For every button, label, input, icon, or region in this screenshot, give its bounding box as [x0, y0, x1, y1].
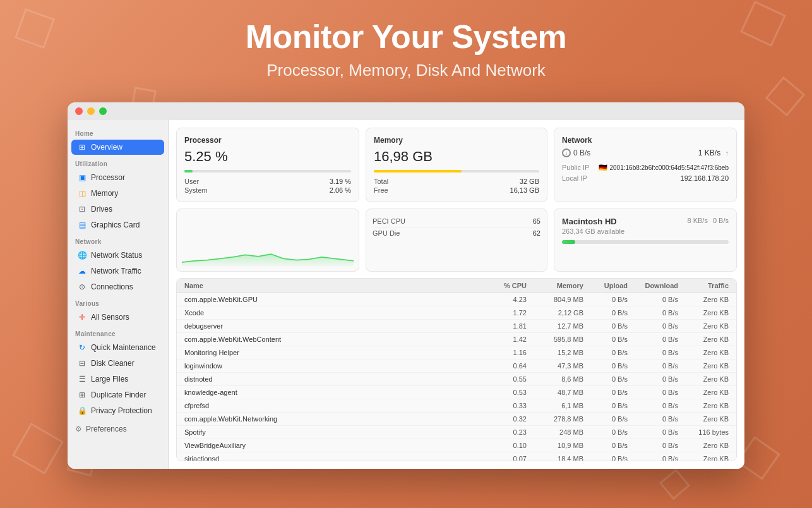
td-cpu: 0.33 — [482, 402, 527, 409]
sidebar-item-quick-maintenance[interactable]: ↻ Quick Maintenance — [71, 340, 164, 355]
td-cpu: 1.16 — [482, 349, 527, 356]
top-cards-row: Processor 5.25 % User 3.19 % System 2.06… — [176, 128, 737, 202]
td-traffic: Zero KB — [678, 455, 729, 461]
close-button[interactable] — [75, 107, 83, 115]
td-memory: 47,3 MB — [527, 362, 583, 370]
network-speed-down: ↓ 0 B/s — [562, 148, 590, 157]
td-cpu: 0.23 — [482, 428, 527, 436]
table-row[interactable]: ViewBridgeAuxiliary 0.10 10,9 MB 0 B/s 0… — [177, 439, 736, 452]
th-download: Download — [628, 282, 678, 289]
td-memory: 15,2 MB — [527, 349, 583, 356]
memory-card-value: 16,98 GB — [374, 148, 539, 165]
sidebar-item-network-traffic[interactable]: ☁ Network Traffic — [71, 263, 164, 279]
memory-icon: ◫ — [78, 189, 87, 198]
sidebar-item-connections[interactable]: ⊙ Connections — [71, 279, 164, 294]
table-row[interactable]: debugserver 1.81 12,7 MB 0 B/s 0 B/s Zer… — [177, 320, 736, 333]
duplicate-finder-icon: ⊞ — [78, 390, 87, 399]
graphics-card-icon: ▤ — [78, 221, 87, 229]
sidebar-item-duplicate-finder[interactable]: ⊞ Duplicate Finder — [71, 387, 164, 402]
td-memory: 10,9 MB — [527, 442, 583, 449]
td-download: 0 B/s — [628, 336, 678, 343]
preferences-item[interactable]: ⚙ Preferences — [68, 421, 168, 437]
hero-subtitle: Processor, Memory, Disk And Network — [0, 61, 812, 80]
memory-card: Memory 16,98 GB Total 32 GB Free 16,13 G… — [366, 128, 547, 202]
th-cpu: % CPU — [482, 282, 527, 289]
td-traffic: Zero KB — [678, 375, 729, 383]
td-cpu: 1.72 — [482, 309, 527, 317]
network-public-ip-row: Public IP 🇩🇪 2001:16b8:2b6f:c000:64d5:54… — [562, 162, 729, 173]
hero-title: Monitor Your System — [0, 0, 812, 56]
th-upload: Upload — [583, 282, 628, 289]
sidebar: Home ⊞ Overview Utilization ▣ Processor … — [68, 120, 169, 469]
td-name: com.apple.WebKit.Networking — [184, 415, 482, 423]
table-row[interactable]: Monitoring Helper 1.16 15,2 MB 0 B/s 0 B… — [177, 346, 736, 360]
sidebar-item-network-status[interactable]: 🌐 Network Status — [71, 248, 164, 263]
td-memory: 595,8 MB — [527, 336, 583, 343]
table-row[interactable]: Spotify 0.23 248 MB 0 B/s 0 B/s 116 byte… — [177, 426, 736, 439]
td-upload: 0 B/s — [583, 362, 628, 370]
table-row[interactable]: distnoted 0.55 8,6 MB 0 B/s 0 B/s Zero K… — [177, 373, 736, 386]
td-download: 0 B/s — [628, 402, 678, 409]
table-row[interactable]: loginwindow 0.64 47,3 MB 0 B/s 0 B/s Zer… — [177, 360, 736, 373]
td-name: Monitoring Helper — [184, 349, 482, 356]
td-download: 0 B/s — [628, 415, 678, 423]
td-upload: 0 B/s — [583, 336, 628, 343]
maximize-button[interactable] — [99, 107, 107, 115]
processor-card-value: 5.25 % — [184, 148, 351, 165]
disk-io-info: 8 KB/s 0 B/s — [688, 217, 729, 224]
td-traffic: 116 bytes — [678, 428, 729, 436]
temperature-card: PECI CPU 65 GPU Die 62 — [366, 209, 547, 272]
td-upload: 0 B/s — [583, 309, 628, 317]
td-traffic: Zero KB — [678, 296, 729, 303]
td-download: 0 B/s — [628, 296, 678, 303]
network-local-ip-row: Local IP 192.168.178.20 — [562, 173, 729, 183]
bg-decoration-3 — [12, 423, 64, 475]
processor-graph-svg — [182, 214, 354, 266]
td-upload: 0 B/s — [583, 296, 628, 303]
td-upload: 0 B/s — [583, 428, 628, 436]
app-window: Home ⊞ Overview Utilization ▣ Processor … — [68, 102, 744, 469]
table-row[interactable]: cfprefsd 0.33 6,1 MB 0 B/s 0 B/s Zero KB — [177, 399, 736, 413]
td-name: loginwindow — [184, 362, 482, 370]
sidebar-item-large-files[interactable]: ☰ Large Files — [71, 372, 164, 387]
sidebar-item-memory[interactable]: ◫ Memory — [71, 186, 164, 201]
sidebar-item-overview[interactable]: ⊞ Overview — [71, 140, 164, 155]
td-download: 0 B/s — [628, 309, 678, 317]
td-cpu: 0.64 — [482, 362, 527, 370]
main-content: Processor 5.25 % User 3.19 % System 2.06… — [169, 120, 744, 469]
process-table-card: Name % CPU Memory Upload Download Traffi… — [176, 278, 737, 461]
quick-maintenance-icon: ↻ — [78, 343, 87, 352]
table-row[interactable]: com.apple.WebKit.Networking 0.32 278,8 M… — [177, 413, 736, 426]
network-speed-row: ↓ 0 B/s 1 KB/s ↑ — [562, 148, 729, 157]
td-memory: 278,8 MB — [527, 415, 583, 423]
td-upload: 0 B/s — [583, 349, 628, 356]
td-cpu: 0.55 — [482, 375, 527, 383]
td-name: siriactionsd — [184, 455, 482, 461]
td-cpu: 0.53 — [482, 389, 527, 396]
sidebar-item-processor[interactable]: ▣ Processor — [71, 170, 164, 185]
sidebar-item-drives[interactable]: ⊡ Drives — [71, 202, 164, 217]
table-row[interactable]: com.apple.WebKit.WebContent 1.42 595,8 M… — [177, 333, 736, 346]
sidebar-item-graphics-card[interactable]: ▤ Graphics Card — [71, 217, 164, 233]
sidebar-section-various: Various — [68, 295, 168, 309]
sidebar-item-all-sensors[interactable]: ✛ All Sensors — [71, 310, 164, 325]
th-name: Name — [184, 282, 482, 289]
disk-io-read: 8 KB/s — [688, 217, 708, 224]
all-sensors-icon: ✛ — [78, 313, 87, 322]
table-row[interactable]: knowledge-agent 0.53 48,7 MB 0 B/s 0 B/s… — [177, 386, 736, 399]
sidebar-item-privacy-protection[interactable]: 🔒 Privacy Protection — [71, 403, 164, 418]
processor-icon: ▣ — [78, 173, 87, 182]
disk-card-title: Macintosh HD — [562, 217, 624, 226]
minimize-button[interactable] — [87, 107, 95, 115]
large-files-icon: ☰ — [78, 375, 87, 384]
table-row[interactable]: com.apple.WebKit.GPU 4.23 804,9 MB 0 B/s… — [177, 293, 736, 306]
table-row[interactable]: siriactionsd 0.07 18,4 MB 0 B/s 0 B/s Ze… — [177, 452, 736, 461]
sidebar-item-disk-cleaner[interactable]: ⊟ Disk Cleaner — [71, 356, 164, 371]
td-memory: 2,12 GB — [527, 309, 583, 317]
table-row[interactable]: Xcode 1.72 2,12 GB 0 B/s 0 B/s Zero KB — [177, 306, 736, 320]
drives-icon: ⊡ — [78, 205, 87, 214]
second-cards-row: PECI CPU 65 GPU Die 62 Macintosh HD 263,… — [176, 209, 737, 272]
disk-progress-bar — [562, 240, 729, 244]
td-name: ViewBridgeAuxiliary — [184, 442, 482, 449]
processor-card: Processor 5.25 % User 3.19 % System 2.06… — [176, 128, 359, 202]
